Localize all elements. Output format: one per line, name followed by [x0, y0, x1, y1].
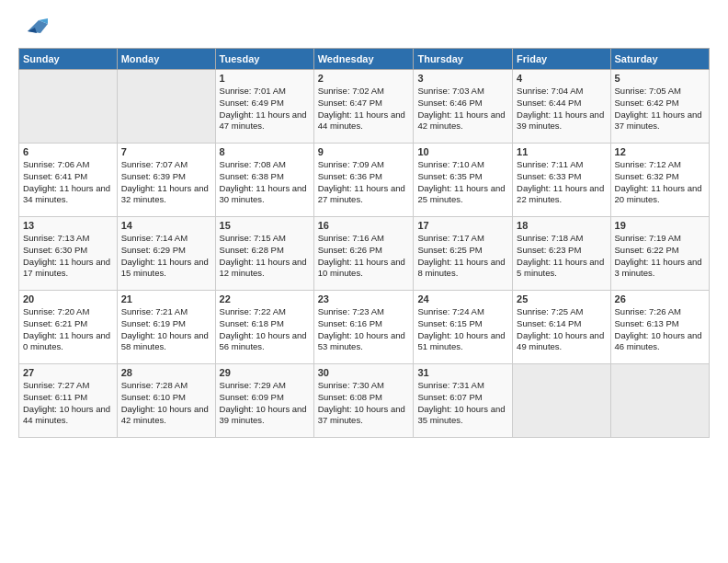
day-cell: 30Sunrise: 7:30 AM Sunset: 6:08 PM Dayli…	[313, 364, 414, 438]
day-info: Sunrise: 7:10 AM Sunset: 6:35 PM Dayligh…	[417, 159, 508, 206]
day-cell: 16Sunrise: 7:16 AM Sunset: 6:26 PM Dayli…	[313, 217, 414, 291]
day-number: 5	[615, 73, 705, 84]
day-info: Sunrise: 7:14 AM Sunset: 6:29 PM Dayligh…	[121, 233, 211, 280]
day-number: 18	[517, 220, 606, 231]
day-number: 17	[417, 220, 508, 231]
day-info: Sunrise: 7:18 AM Sunset: 6:23 PM Dayligh…	[517, 233, 606, 280]
day-number: 14	[121, 220, 211, 231]
day-number: 19	[615, 220, 705, 231]
day-number: 31	[417, 367, 508, 378]
day-cell: 20Sunrise: 7:20 AM Sunset: 6:21 PM Dayli…	[19, 291, 118, 364]
day-info: Sunrise: 7:26 AM Sunset: 6:13 PM Dayligh…	[615, 306, 705, 353]
day-cell	[19, 70, 118, 144]
day-info: Sunrise: 7:08 AM Sunset: 6:38 PM Dayligh…	[220, 159, 310, 206]
day-cell: 9Sunrise: 7:09 AM Sunset: 6:36 PM Daylig…	[313, 144, 414, 217]
day-info: Sunrise: 7:15 AM Sunset: 6:28 PM Dayligh…	[220, 233, 310, 280]
day-number: 27	[23, 367, 113, 378]
day-number: 12	[615, 146, 705, 157]
day-cell: 23Sunrise: 7:23 AM Sunset: 6:16 PM Dayli…	[313, 291, 414, 364]
day-number: 11	[517, 146, 606, 157]
day-info: Sunrise: 7:09 AM Sunset: 6:36 PM Dayligh…	[318, 159, 410, 206]
day-info: Sunrise: 7:29 AM Sunset: 6:09 PM Dayligh…	[220, 380, 310, 427]
week-row-3: 13Sunrise: 7:13 AM Sunset: 6:30 PM Dayli…	[19, 217, 710, 291]
day-cell: 6Sunrise: 7:06 AM Sunset: 6:41 PM Daylig…	[19, 144, 118, 217]
day-number: 20	[23, 293, 113, 304]
day-info: Sunrise: 7:21 AM Sunset: 6:19 PM Dayligh…	[121, 306, 211, 353]
day-cell: 18Sunrise: 7:18 AM Sunset: 6:23 PM Dayli…	[513, 217, 610, 291]
day-cell: 2Sunrise: 7:02 AM Sunset: 6:47 PM Daylig…	[313, 70, 414, 144]
day-cell: 17Sunrise: 7:17 AM Sunset: 6:25 PM Dayli…	[414, 217, 513, 291]
day-cell: 1Sunrise: 7:01 AM Sunset: 6:49 PM Daylig…	[215, 70, 313, 144]
day-cell: 26Sunrise: 7:26 AM Sunset: 6:13 PM Dayli…	[610, 291, 709, 364]
day-number: 25	[517, 293, 606, 304]
day-cell: 24Sunrise: 7:24 AM Sunset: 6:15 PM Dayli…	[414, 291, 513, 364]
day-info: Sunrise: 7:25 AM Sunset: 6:14 PM Dayligh…	[517, 306, 606, 353]
day-cell: 11Sunrise: 7:11 AM Sunset: 6:33 PM Dayli…	[513, 144, 610, 217]
day-info: Sunrise: 7:11 AM Sunset: 6:33 PM Dayligh…	[517, 159, 606, 206]
day-info: Sunrise: 7:31 AM Sunset: 6:07 PM Dayligh…	[417, 380, 508, 427]
day-cell: 28Sunrise: 7:28 AM Sunset: 6:10 PM Dayli…	[117, 364, 215, 438]
day-number: 22	[220, 293, 310, 304]
day-info: Sunrise: 7:03 AM Sunset: 6:46 PM Dayligh…	[417, 86, 508, 132]
day-cell: 12Sunrise: 7:12 AM Sunset: 6:32 PM Dayli…	[610, 144, 709, 217]
day-cell: 7Sunrise: 7:07 AM Sunset: 6:39 PM Daylig…	[117, 144, 215, 217]
day-info: Sunrise: 7:04 AM Sunset: 6:44 PM Dayligh…	[517, 86, 606, 132]
day-cell	[513, 364, 610, 438]
weekday-friday: Friday	[513, 49, 610, 70]
day-info: Sunrise: 7:12 AM Sunset: 6:32 PM Dayligh…	[615, 159, 705, 206]
week-row-4: 20Sunrise: 7:20 AM Sunset: 6:21 PM Dayli…	[19, 291, 710, 364]
day-number: 26	[615, 293, 705, 304]
logo-icon	[22, 15, 51, 40]
week-row-5: 27Sunrise: 7:27 AM Sunset: 6:11 PM Dayli…	[19, 364, 710, 438]
day-number: 16	[318, 220, 410, 231]
day-number: 15	[220, 220, 310, 231]
day-cell: 10Sunrise: 7:10 AM Sunset: 6:35 PM Dayli…	[414, 144, 513, 217]
day-number: 2	[318, 73, 410, 84]
day-info: Sunrise: 7:27 AM Sunset: 6:11 PM Dayligh…	[23, 380, 113, 427]
day-info: Sunrise: 7:24 AM Sunset: 6:15 PM Dayligh…	[417, 306, 508, 353]
day-number: 6	[23, 146, 113, 157]
day-info: Sunrise: 7:30 AM Sunset: 6:08 PM Dayligh…	[318, 380, 410, 427]
day-info: Sunrise: 7:17 AM Sunset: 6:25 PM Dayligh…	[417, 233, 508, 280]
day-info: Sunrise: 7:07 AM Sunset: 6:39 PM Dayligh…	[121, 159, 211, 206]
calendar-table: SundayMondayTuesdayWednesdayThursdayFrid…	[18, 48, 710, 438]
day-cell: 25Sunrise: 7:25 AM Sunset: 6:14 PM Dayli…	[513, 291, 610, 364]
week-row-2: 6Sunrise: 7:06 AM Sunset: 6:41 PM Daylig…	[19, 144, 710, 217]
day-number: 9	[318, 146, 410, 157]
day-number: 30	[318, 367, 410, 378]
day-info: Sunrise: 7:23 AM Sunset: 6:16 PM Dayligh…	[318, 306, 410, 353]
day-info: Sunrise: 7:01 AM Sunset: 6:49 PM Dayligh…	[220, 86, 310, 132]
day-cell: 14Sunrise: 7:14 AM Sunset: 6:29 PM Dayli…	[117, 217, 215, 291]
day-cell: 13Sunrise: 7:13 AM Sunset: 6:30 PM Dayli…	[19, 217, 118, 291]
day-info: Sunrise: 7:16 AM Sunset: 6:26 PM Dayligh…	[318, 233, 410, 280]
day-info: Sunrise: 7:22 AM Sunset: 6:18 PM Dayligh…	[220, 306, 310, 353]
weekday-sunday: Sunday	[19, 49, 118, 70]
day-number: 3	[417, 73, 508, 84]
day-cell: 31Sunrise: 7:31 AM Sunset: 6:07 PM Dayli…	[414, 364, 513, 438]
day-cell	[610, 364, 709, 438]
day-info: Sunrise: 7:19 AM Sunset: 6:22 PM Dayligh…	[615, 233, 705, 280]
day-number: 8	[220, 146, 310, 157]
day-info: Sunrise: 7:05 AM Sunset: 6:42 PM Dayligh…	[615, 86, 705, 132]
day-info: Sunrise: 7:02 AM Sunset: 6:47 PM Dayligh…	[318, 86, 410, 132]
weekday-header-row: SundayMondayTuesdayWednesdayThursdayFrid…	[19, 49, 710, 70]
day-cell: 3Sunrise: 7:03 AM Sunset: 6:46 PM Daylig…	[414, 70, 513, 144]
day-cell: 27Sunrise: 7:27 AM Sunset: 6:11 PM Dayli…	[19, 364, 118, 438]
weekday-thursday: Thursday	[414, 49, 513, 70]
day-number: 24	[417, 293, 508, 304]
day-number: 23	[318, 293, 410, 304]
logo	[18, 15, 51, 40]
day-cell: 15Sunrise: 7:15 AM Sunset: 6:28 PM Dayli…	[215, 217, 313, 291]
day-number: 13	[23, 220, 113, 231]
weekday-wednesday: Wednesday	[313, 49, 414, 70]
day-number: 4	[517, 73, 606, 84]
week-row-1: 1Sunrise: 7:01 AM Sunset: 6:49 PM Daylig…	[19, 70, 710, 144]
day-number: 21	[121, 293, 211, 304]
day-cell: 4Sunrise: 7:04 AM Sunset: 6:44 PM Daylig…	[513, 70, 610, 144]
header	[18, 15, 710, 40]
day-info: Sunrise: 7:06 AM Sunset: 6:41 PM Dayligh…	[23, 159, 113, 206]
day-info: Sunrise: 7:20 AM Sunset: 6:21 PM Dayligh…	[23, 306, 113, 353]
day-cell: 5Sunrise: 7:05 AM Sunset: 6:42 PM Daylig…	[610, 70, 709, 144]
day-cell: 19Sunrise: 7:19 AM Sunset: 6:22 PM Dayli…	[610, 217, 709, 291]
weekday-monday: Monday	[117, 49, 215, 70]
